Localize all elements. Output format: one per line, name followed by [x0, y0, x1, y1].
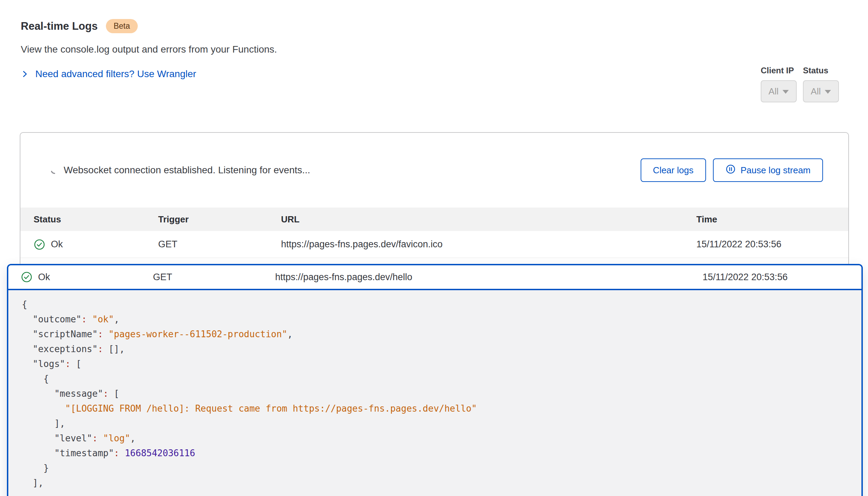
- client-ip-filter-label: Client IP: [761, 66, 794, 75]
- status-value: Ok: [51, 239, 63, 250]
- code-line: }: [22, 461, 861, 476]
- wrangler-link-label: Need advanced filters? Use Wrangler: [35, 68, 196, 80]
- status-filter-value: All: [811, 86, 821, 97]
- logs-card: Websocket connection established. Listen…: [20, 132, 849, 269]
- time-cell: 15/11/2022 20:53:56: [703, 272, 851, 283]
- code-line: "logs": [: [22, 357, 861, 371]
- websocket-bar: Websocket connection established. Listen…: [20, 133, 848, 208]
- check-circle-icon: [21, 271, 33, 283]
- json-log-panel: { "outcome": "ok", "scriptName": "pages-…: [8, 290, 861, 490]
- code-line: "exceptions": [],: [22, 342, 861, 357]
- table-row[interactable]: Ok GET https://pages-fns.pages.dev/favic…: [20, 231, 848, 258]
- code-line: "message": [: [22, 386, 861, 401]
- status-filter-label: Status: [803, 66, 828, 75]
- websocket-status: Websocket connection established. Listen…: [49, 165, 310, 176]
- client-ip-filter-value: All: [769, 86, 779, 97]
- clear-logs-button[interactable]: Clear logs: [641, 158, 706, 182]
- column-header-time: Time: [696, 214, 838, 225]
- pause-icon: [725, 164, 736, 177]
- chevron-down-icon: [783, 90, 789, 94]
- pause-log-stream-button[interactable]: Pause log stream: [713, 158, 823, 182]
- column-header-status: Status: [34, 214, 158, 225]
- trigger-cell: GET: [153, 272, 275, 283]
- realtime-logs-page: Real-time Logs Beta View the console.log…: [0, 0, 868, 496]
- log-actions: Clear logs Pause log stream: [641, 158, 823, 182]
- time-cell: 15/11/2022 20:53:56: [696, 239, 838, 250]
- url-cell: https://pages-fns.pages.dev/hello: [275, 272, 703, 283]
- page-title: Real-time Logs: [21, 20, 98, 33]
- chevron-down-icon: [825, 90, 831, 94]
- code-line: "outcome": "ok",: [22, 312, 861, 327]
- client-ip-filter-dropdown[interactable]: All: [761, 80, 797, 102]
- expanded-log-entry: Ok GET https://pages-fns.pages.dev/hello…: [7, 264, 863, 496]
- code-line: "scriptName": "pages-worker--611502-prod…: [22, 327, 861, 342]
- status-cell: Ok: [34, 239, 158, 250]
- column-header-trigger: Trigger: [158, 214, 281, 225]
- code-line: {: [22, 297, 861, 312]
- code-line: "[LOGGING FROM /hello]: Request came fro…: [22, 401, 861, 416]
- status-value: Ok: [38, 272, 50, 283]
- code-line: "timestamp": 1668542036116: [22, 446, 861, 461]
- code-line: "level": "log",: [22, 431, 861, 446]
- spinner-icon: [49, 166, 58, 175]
- table-row-expanded[interactable]: Ok GET https://pages-fns.pages.dev/hello…: [8, 265, 861, 290]
- code-line: ],: [22, 416, 861, 431]
- status-cell: Ok: [21, 271, 153, 283]
- code-line: {: [22, 371, 861, 386]
- page-subtitle: View the console.log output and errors f…: [21, 44, 277, 55]
- trigger-cell: GET: [158, 239, 281, 250]
- pause-log-stream-label: Pause log stream: [741, 165, 811, 176]
- status-filter-dropdown[interactable]: All: [803, 80, 839, 102]
- page-header: Real-time Logs Beta: [21, 19, 138, 33]
- url-cell: https://pages-fns.pages.dev/favicon.ico: [281, 239, 696, 250]
- wrangler-link[interactable]: Need advanced filters? Use Wrangler: [21, 68, 196, 80]
- table-header: Status Trigger URL Time: [20, 208, 848, 231]
- column-header-url: URL: [281, 214, 696, 225]
- websocket-status-text: Websocket connection established. Listen…: [64, 165, 310, 176]
- beta-badge: Beta: [106, 19, 137, 33]
- clear-logs-label: Clear logs: [653, 165, 694, 176]
- check-circle-icon: [34, 239, 45, 250]
- chevron-right-icon: [21, 70, 29, 78]
- code-line: ],: [22, 476, 861, 490]
